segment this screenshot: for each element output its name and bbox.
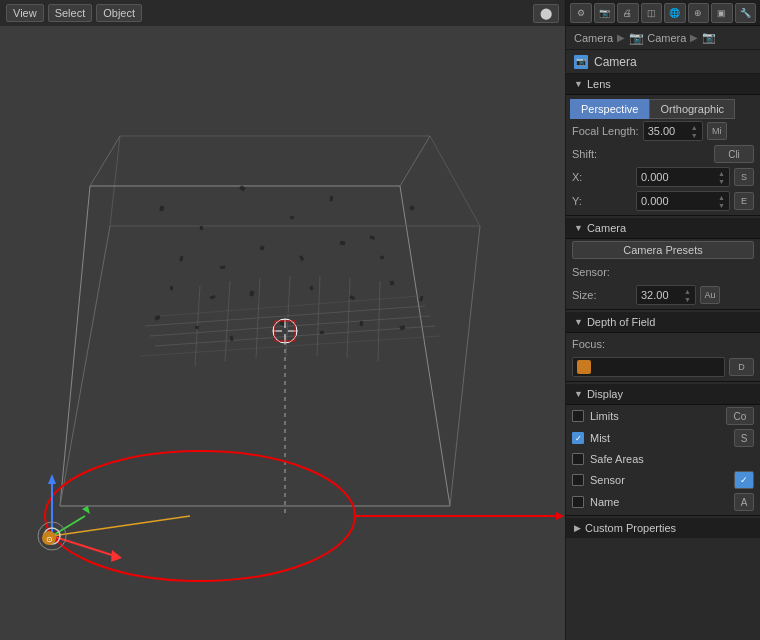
properties-panel: ⚙ 📷 🖨 ◫ 🌐 ⊕ ▣ 🔧 Camera ▶ 📷 Camera ▶ 📷 📷 …: [565, 0, 760, 640]
mist-row: Mist S: [566, 427, 760, 449]
focus-label: Focus:: [572, 338, 632, 350]
object-menu[interactable]: Object: [96, 4, 142, 22]
y-field[interactable]: 0.000 ▲ ▼: [636, 191, 730, 211]
camera-section-header[interactable]: ▼ Camera: [566, 218, 760, 239]
sensor-size-row: Size: 32.00 ▲ ▼ Au: [566, 283, 760, 307]
breadcrumb-camera[interactable]: Camera: [574, 32, 613, 44]
breadcrumb-sep2: ▶: [690, 32, 698, 43]
limits-label: Limits: [590, 410, 619, 422]
svg-rect-49: [320, 331, 324, 334]
sensor-display-row: Sensor ✓: [566, 469, 760, 491]
3d-viewport[interactable]: View Select Object ⬤: [0, 0, 565, 640]
focus-cube-icon: [577, 360, 591, 374]
size-field[interactable]: 32.00 ▲ ▼: [636, 285, 696, 305]
output-icon[interactable]: 🖨: [617, 3, 639, 23]
safe-areas-label: Safe Areas: [590, 453, 644, 465]
sensor-display-label: Sensor: [590, 474, 625, 486]
svg-rect-38: [170, 286, 173, 290]
e-label: E: [734, 192, 754, 210]
limits-extra[interactable]: Co: [726, 407, 754, 425]
mist-label: Mist: [590, 432, 610, 444]
shift-x-row: X: 0.000 ▲ ▼ S: [566, 165, 760, 189]
shift-y-row: Y: 0.000 ▲ ▼ E: [566, 189, 760, 213]
lens-label: Lens: [587, 78, 611, 90]
s-label: S: [734, 168, 754, 186]
name-row: Name A: [566, 491, 760, 513]
sensor-label: Sensor:: [572, 266, 632, 278]
mist-checkbox[interactable]: [572, 432, 584, 444]
panel-icon-bar: ⚙ 📷 🖨 ◫ 🌐 ⊕ ▣ 🔧: [566, 0, 760, 26]
camera-section-label: Camera: [587, 222, 626, 234]
breadcrumb-sep1: ▶: [617, 32, 625, 43]
scene-icon[interactable]: ⚙: [570, 3, 592, 23]
divider-4: [566, 515, 760, 516]
mist-extra[interactable]: S: [734, 429, 754, 447]
select-menu[interactable]: Select: [48, 4, 93, 22]
display-collapse-arrow: ▼: [574, 389, 583, 399]
y-label: Y:: [572, 195, 632, 207]
size-label: Size:: [572, 289, 632, 301]
x-field[interactable]: 0.000 ▲ ▼: [636, 167, 730, 187]
sensor-display-checkbox[interactable]: [572, 474, 584, 486]
lens-collapse-arrow: ▼: [574, 79, 583, 89]
lens-tabs: Perspective Orthographic: [566, 95, 760, 119]
dof-section-header[interactable]: ▼ Depth of Field: [566, 312, 760, 333]
focal-length-label: Focal Length:: [572, 125, 639, 137]
camera-presets-row: Camera Presets: [566, 239, 760, 261]
focus-field[interactable]: [572, 357, 725, 377]
svg-rect-43: [390, 281, 394, 285]
breadcrumb-camera-icon2[interactable]: 📷: [702, 31, 716, 44]
display-label: Display: [587, 388, 623, 400]
safe-areas-checkbox[interactable]: [572, 453, 584, 465]
modifier-icon[interactable]: 🔧: [735, 3, 757, 23]
focus-label-row: Focus:: [566, 333, 760, 355]
orthographic-tab[interactable]: Orthographic: [649, 99, 735, 119]
sensor-extra[interactable]: ✓: [734, 471, 754, 489]
divider-2: [566, 309, 760, 310]
camera-presets-button[interactable]: Camera Presets: [572, 241, 754, 259]
viewport-toolbar: View Select Object ⬤: [0, 0, 565, 26]
camera-header: 📷 Camera: [566, 50, 760, 74]
focus-extra[interactable]: D: [729, 358, 754, 376]
breadcrumb-camera2[interactable]: 📷 Camera: [629, 31, 686, 45]
breadcrumb: Camera ▶ 📷 Camera ▶ 📷: [566, 26, 760, 50]
svg-text:⊙: ⊙: [46, 535, 53, 544]
x-label: X:: [572, 171, 632, 183]
camera-name-label: Camera: [594, 55, 637, 69]
limits-checkbox[interactable]: [572, 410, 584, 422]
svg-rect-0: [0, 26, 565, 640]
custom-props-arrow: ▶: [574, 523, 581, 533]
shift-label: Shift:: [572, 148, 632, 160]
divider-1: [566, 215, 760, 216]
safe-areas-row: Safe Areas: [566, 449, 760, 469]
custom-props-label: Custom Properties: [585, 522, 676, 534]
shift-label-row: Shift: Cli: [566, 143, 760, 165]
object-props-icon[interactable]: ▣: [711, 3, 733, 23]
clip-label: Cli: [714, 145, 754, 163]
au-label[interactable]: Au: [700, 286, 720, 304]
camera-collapse-arrow: ▼: [574, 223, 583, 233]
custom-props-header[interactable]: ▶ Custom Properties: [566, 518, 760, 538]
scene-props-icon[interactable]: 🌐: [664, 3, 686, 23]
divider-3: [566, 381, 760, 382]
focal-length-field[interactable]: 35.00 ▲ ▼: [643, 121, 703, 141]
display-section-header[interactable]: ▼ Display: [566, 384, 760, 405]
focal-length-extra[interactable]: Mi: [707, 122, 727, 140]
world-icon[interactable]: ⊕: [688, 3, 710, 23]
name-label: Name: [590, 496, 619, 508]
name-extra[interactable]: A: [734, 493, 754, 511]
dof-collapse-arrow: ▼: [574, 317, 583, 327]
svg-rect-36: [340, 241, 346, 246]
viewport-shading[interactable]: ⬤: [533, 4, 559, 23]
name-checkbox[interactable]: [572, 496, 584, 508]
view-layer-icon[interactable]: ◫: [641, 3, 663, 23]
render-icon[interactable]: 📷: [594, 3, 616, 23]
scene-canvas: ⊙: [0, 26, 565, 640]
dof-label: Depth of Field: [587, 316, 655, 328]
view-menu[interactable]: View: [6, 4, 44, 22]
perspective-tab[interactable]: Perspective: [570, 99, 649, 119]
focus-input-row: D: [566, 355, 760, 379]
sensor-label-row: Sensor:: [566, 261, 760, 283]
camera-type-icon: 📷: [574, 55, 588, 69]
lens-section-header[interactable]: ▼ Lens: [566, 74, 760, 95]
